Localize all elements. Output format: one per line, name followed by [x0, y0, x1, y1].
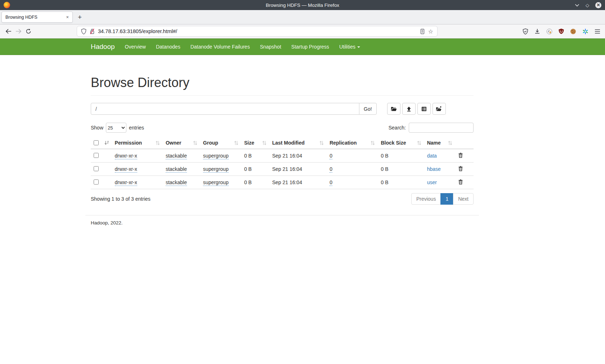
close-button[interactable]: ✕ [595, 2, 601, 8]
table-row: drwxr-xr-x stackable supergroup 0 B Sep … [91, 176, 474, 189]
back-button[interactable] [3, 26, 13, 36]
group-value[interactable]: supergroup [203, 166, 229, 173]
nav-item-utilities-dropdown[interactable]: Utilities [334, 44, 365, 50]
pagination-page-1[interactable]: 1 [440, 193, 453, 205]
size-value: 0 B [244, 166, 252, 172]
table-header-row: Permission Owner Group Size Last Modifie… [91, 137, 474, 149]
permission-value[interactable]: drwxr-xr-x [115, 166, 137, 173]
reader-view-icon[interactable] [420, 29, 425, 34]
maximize-button[interactable]: ◇ [586, 3, 589, 8]
header-replication[interactable]: Replication [327, 137, 378, 149]
search-input[interactable] [409, 123, 474, 133]
nav-item-overview[interactable]: Overview [120, 44, 151, 50]
nav-item-snapshot[interactable]: Snapshot [255, 44, 286, 50]
sort-icon [156, 141, 160, 145]
reload-button[interactable] [23, 26, 33, 36]
new-folder-button[interactable] [433, 103, 446, 115]
reload-icon [26, 28, 31, 34]
sort-icon [371, 141, 375, 145]
header-group[interactable]: Group [200, 137, 241, 149]
header-label: Group [203, 140, 218, 146]
caret-down-icon [357, 46, 360, 48]
header-label: Name [427, 140, 441, 146]
table-row: drwxr-xr-x stackable supergroup 0 B Sep … [91, 163, 474, 176]
cookie-icon[interactable] [570, 28, 576, 35]
pagination-next[interactable]: Next [453, 193, 474, 205]
upload-icon [406, 106, 412, 112]
url-text[interactable]: 34.78.17.63:31805/explorer.html#/ [98, 28, 417, 34]
upload-button[interactable] [402, 103, 416, 115]
downloads-icon[interactable] [534, 28, 540, 34]
header-label: Owner [166, 140, 182, 146]
permission-value[interactable]: drwxr-xr-x [115, 153, 137, 159]
header-block-size[interactable]: Block Size [378, 137, 424, 149]
bookmark-star-icon[interactable]: ☆ [428, 28, 433, 35]
sort-icon [262, 141, 266, 145]
select-all-header[interactable] [91, 137, 112, 149]
ublock-icon[interactable] [559, 28, 564, 34]
header-permission[interactable]: Permission [112, 137, 163, 149]
path-input[interactable] [91, 103, 359, 115]
group-value[interactable]: supergroup [203, 179, 229, 186]
pocket-shield-icon[interactable] [523, 28, 528, 35]
page-title: Browse Directory [91, 75, 474, 90]
nav-item-startup-progress[interactable]: Startup Progress [286, 44, 334, 50]
replication-value[interactable]: 0 [330, 179, 332, 186]
header-label: Last Modified [272, 140, 305, 146]
owner-value[interactable]: stackable [166, 179, 187, 186]
header-label: Size [244, 140, 254, 146]
open-folder-icon [391, 106, 397, 112]
delete-button[interactable] [458, 179, 463, 186]
directory-link[interactable]: data [427, 153, 437, 159]
group-value[interactable]: supergroup [203, 153, 229, 159]
new-folder-icon [436, 106, 442, 112]
header-label: Replication [330, 140, 357, 146]
last-modified-value: Sep 21 16:04 [272, 153, 302, 159]
delete-button[interactable] [458, 166, 463, 172]
navbar-brand-hadoop[interactable]: Hadoop [91, 43, 115, 51]
header-owner[interactable]: Owner [163, 137, 200, 149]
shield-permissions-icon [81, 28, 86, 35]
firefox-logo-icon [4, 2, 10, 8]
owner-value[interactable]: stackable [166, 153, 187, 159]
header-name[interactable]: Name [424, 137, 456, 149]
page-size-select[interactable]: 25 [106, 123, 126, 133]
replication-value[interactable]: 0 [330, 166, 332, 173]
footer-copyright: Hadoop, 2022. [91, 220, 474, 226]
nav-item-datanode-volume-failures[interactable]: Datanode Volume Failures [185, 44, 255, 50]
header-size[interactable]: Size [241, 137, 269, 149]
pagination-previous[interactable]: Previous [411, 193, 441, 205]
trash-icon [458, 166, 463, 171]
colorful-asterisk-icon[interactable] [582, 28, 588, 35]
replication-value[interactable]: 0 [330, 153, 332, 159]
browser-tab[interactable]: Browsing HDFS × [1, 12, 73, 23]
select-all-checkbox[interactable] [94, 140, 99, 145]
nav-item-datanodes[interactable]: Datanodes [151, 44, 185, 50]
delete-button[interactable] [458, 153, 463, 159]
browse-directory-page: Browse Directory Go! Show 25 [85, 75, 479, 226]
directory-link[interactable]: hbase [427, 166, 441, 172]
sort-icon [319, 141, 324, 145]
sort-icon [193, 141, 197, 145]
tab-close-icon[interactable]: × [66, 14, 69, 20]
minimize-button[interactable] [575, 4, 579, 7]
url-bar[interactable]: 34.78.17.63:31805/explorer.html#/ ☆ [77, 26, 438, 37]
insecure-lock-icon[interactable] [90, 28, 95, 35]
menu-hamburger-icon[interactable] [595, 29, 600, 34]
new-tab-button[interactable]: + [78, 13, 82, 21]
go-button[interactable]: Go! [359, 103, 377, 115]
back-arrow-icon [5, 29, 12, 34]
owner-value[interactable]: stackable [166, 166, 187, 173]
row-checkbox[interactable] [94, 166, 99, 171]
list-view-button[interactable] [417, 103, 431, 115]
header-last-modified[interactable]: Last Modified [269, 137, 327, 149]
open-folder-button[interactable] [387, 103, 400, 115]
extension-badge-icon[interactable] [546, 28, 552, 35]
utilities-label: Utilities [339, 44, 355, 50]
row-checkbox[interactable] [94, 179, 99, 185]
permission-value[interactable]: drwxr-xr-x [115, 179, 137, 186]
directory-link[interactable]: user [427, 179, 437, 185]
row-checkbox[interactable] [94, 153, 99, 158]
footer-divider [85, 215, 479, 215]
forward-button[interactable] [13, 26, 23, 36]
